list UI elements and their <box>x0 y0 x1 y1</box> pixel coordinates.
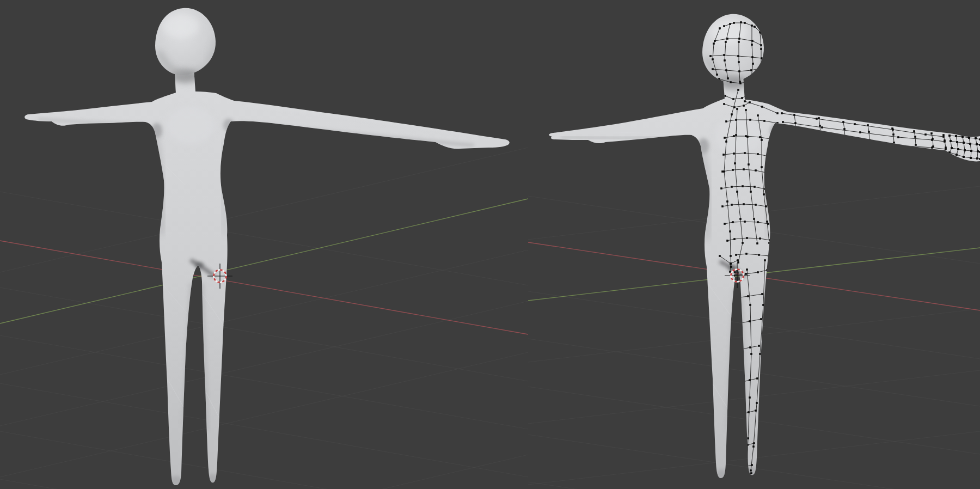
vertex-dot[interactable] <box>712 68 714 70</box>
vertex-dot[interactable] <box>722 154 725 156</box>
vertex-dot[interactable] <box>720 187 722 190</box>
vertex-dot[interactable] <box>743 105 745 107</box>
vertex-dot[interactable] <box>750 81 752 83</box>
vertex-dot[interactable] <box>761 106 763 108</box>
vertex-dot[interactable] <box>768 242 770 244</box>
vertex-dot[interactable] <box>867 124 869 126</box>
vertex-dot[interactable] <box>754 26 756 28</box>
vertex-dot[interactable] <box>821 126 823 129</box>
vertex-dot[interactable] <box>762 304 764 306</box>
vertex-dot[interactable] <box>730 266 732 268</box>
vertex-dot[interactable] <box>744 221 746 223</box>
vertex-dot[interactable] <box>742 445 744 448</box>
vertex-dot[interactable] <box>768 255 770 257</box>
vertex-dot[interactable] <box>963 142 965 144</box>
vertex-dot[interactable] <box>753 442 755 444</box>
vertex-dot[interactable] <box>714 40 716 42</box>
vertex-dot[interactable] <box>750 469 752 472</box>
vertex-dot[interactable] <box>781 112 783 114</box>
vertex-dot[interactable] <box>749 346 751 349</box>
vertex-dot[interactable] <box>742 242 744 244</box>
vertex-dot[interactable] <box>736 108 738 110</box>
vertex-dot[interactable] <box>726 38 728 40</box>
vertex-dot[interactable] <box>759 353 761 355</box>
vertex-dot[interactable] <box>765 172 767 174</box>
vertex-dot[interactable] <box>743 168 745 170</box>
vertex-dot[interactable] <box>725 41 727 43</box>
vertex-dot[interactable] <box>746 444 749 446</box>
vertex-dot[interactable] <box>738 61 740 63</box>
vertex-dot[interactable] <box>713 42 715 45</box>
vertex-dot[interactable] <box>742 185 744 187</box>
vertex-dot[interactable] <box>765 205 767 207</box>
vertex-dot[interactable] <box>961 136 964 138</box>
vertex-dot[interactable] <box>748 163 750 166</box>
vertex-dot[interactable] <box>757 221 759 223</box>
vertex-dot[interactable] <box>760 318 762 320</box>
vertex-dot[interactable] <box>738 41 740 43</box>
vertex-dot[interactable] <box>757 114 759 117</box>
vertex-dot[interactable] <box>752 63 754 65</box>
vertex-dot[interactable] <box>732 169 734 171</box>
vertex-dot[interactable] <box>756 377 758 380</box>
vertex-dot[interactable] <box>721 205 724 207</box>
vertex-dot[interactable] <box>747 474 749 476</box>
vertex-dot[interactable] <box>733 152 735 155</box>
vertex-dot[interactable] <box>957 148 959 150</box>
vertex-dot[interactable] <box>741 391 743 393</box>
vertex-dot[interactable] <box>859 131 861 133</box>
vertex-dot[interactable] <box>729 23 731 25</box>
vertex-dot[interactable] <box>750 472 752 474</box>
vertex-dot[interactable] <box>716 74 718 76</box>
vertex-dot[interactable] <box>818 117 820 119</box>
vertex-dot[interactable] <box>735 119 737 121</box>
vertex-dot[interactable] <box>746 237 748 239</box>
vertex-dot[interactable] <box>760 44 762 46</box>
vertex-dot[interactable] <box>718 78 720 80</box>
vertex-dot[interactable] <box>756 242 758 244</box>
vertex-dot[interactable] <box>749 320 751 322</box>
vertex-dot[interactable] <box>842 121 844 123</box>
vertex-dot[interactable] <box>745 109 747 111</box>
vertex-dot[interactable] <box>755 409 757 412</box>
vertex-dot[interactable] <box>769 239 771 241</box>
vertex-dot[interactable] <box>821 135 823 137</box>
vertex-dot[interactable] <box>737 55 739 57</box>
vertex-dot[interactable] <box>744 152 746 154</box>
vertex-dot[interactable] <box>745 253 748 255</box>
vertex-dot[interactable] <box>745 135 747 137</box>
vertex-dot[interactable] <box>741 97 743 99</box>
vertex-dot[interactable] <box>776 112 779 114</box>
vertex-dot[interactable] <box>747 295 749 297</box>
vertex-dot[interactable] <box>760 48 762 50</box>
vertex-dot[interactable] <box>924 133 927 136</box>
vertex-dot[interactable] <box>737 304 739 306</box>
vertex-dot[interactable] <box>719 255 721 257</box>
vertex-dot[interactable] <box>737 89 739 91</box>
vertex-dot[interactable] <box>709 55 712 57</box>
vertex-dot[interactable] <box>734 271 736 273</box>
vertex-dot[interactable] <box>747 94 749 96</box>
vertex-dot[interactable] <box>725 69 727 71</box>
vertex-dot[interactable] <box>854 123 856 125</box>
vertex-dot[interactable] <box>729 271 731 273</box>
vertex-dot[interactable] <box>758 68 760 70</box>
vertex-dot[interactable] <box>758 345 760 347</box>
vertex-dot[interactable] <box>751 56 754 58</box>
vertex-dot[interactable] <box>736 297 738 299</box>
vertex-dot[interactable] <box>948 135 951 137</box>
vertex-dot[interactable] <box>733 106 736 108</box>
vertex-dot[interactable] <box>795 131 797 133</box>
vertex-dot[interactable] <box>723 54 725 56</box>
vertex-dot[interactable] <box>868 131 870 133</box>
vertex-dot[interactable] <box>759 32 762 34</box>
vertex-dot[interactable] <box>951 147 953 149</box>
vertex-dot[interactable] <box>748 411 750 413</box>
vertex-dot[interactable] <box>753 218 755 220</box>
vertex-dot[interactable] <box>727 77 729 80</box>
vertex-dot[interactable] <box>772 138 774 140</box>
vertex-dot[interactable] <box>761 139 763 141</box>
vertex-dot[interactable] <box>739 82 742 84</box>
vertex-dot[interactable] <box>746 468 748 470</box>
vertex-dot[interactable] <box>739 347 742 350</box>
